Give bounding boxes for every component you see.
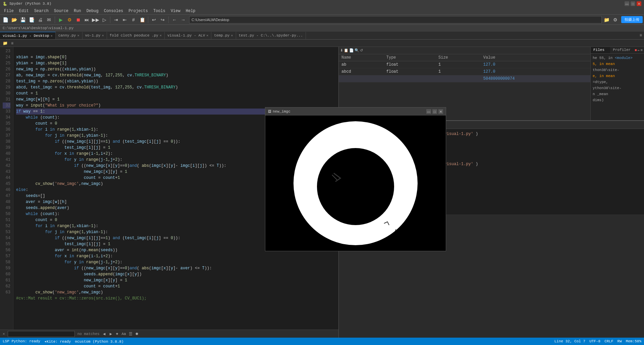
forward-btn[interactable]: →: [179, 16, 187, 24]
search-word-btn[interactable]: ✸: [135, 332, 139, 336]
tab-fold[interactable]: fold cloth peoduce .py ✕: [107, 32, 165, 39]
debug-btn[interactable]: ⚙: [65, 16, 73, 24]
path-input[interactable]: [189, 16, 602, 23]
menu-edit[interactable]: Edit: [16, 8, 32, 14]
run-cell-btn[interactable]: ▶▶: [92, 16, 100, 24]
outline-btn[interactable]: ≡: [10, 40, 15, 46]
search-regex-btn[interactable]: ☰: [129, 332, 132, 336]
error-line: e, in mean: [593, 73, 642, 79]
save-all-btn[interactable]: 📑: [28, 16, 36, 24]
maximize-button[interactable]: □: [631, 1, 635, 6]
options-btn[interactable]: ⚙: [611, 16, 619, 24]
indent-btn[interactable]: ⇥: [112, 16, 120, 24]
new-file-btn[interactable]: 📄: [1, 16, 9, 24]
var-row-ab[interactable]: ab float 1 127.0: [339, 61, 590, 68]
redo-btn[interactable]: ↪: [159, 16, 167, 24]
search-x-icon[interactable]: ✕: [3, 332, 5, 336]
menu-source[interactable]: Source: [51, 8, 71, 14]
step-btn[interactable]: ⏭: [83, 16, 91, 24]
tab-close-temp[interactable]: ✕: [231, 33, 233, 38]
viewer-close-btn[interactable]: ✕: [438, 109, 443, 114]
back-btn[interactable]: ←: [170, 16, 178, 24]
var-copy-btn[interactable]: 📄: [349, 48, 354, 53]
var-search-btn[interactable]: 🔍: [355, 48, 359, 53]
todo-btn[interactable]: 📋: [138, 16, 146, 24]
stop-btn[interactable]: ⏹: [74, 16, 82, 24]
tab-visual1-alv[interactable]: visual-1.py - ALV ✕: [165, 32, 211, 39]
menu-bar: File Edit Search Source Run Debug Consol…: [0, 7, 644, 15]
menu-projects[interactable]: Projects: [126, 8, 151, 14]
edit-icon[interactable]: ✏: [638, 48, 640, 52]
status-eol: CRLF: [604, 339, 613, 343]
menu-run[interactable]: Run: [71, 8, 84, 14]
var-import-btn[interactable]: ⬇: [340, 48, 343, 53]
status-lsp: LSP Python: ready: [3, 339, 40, 344]
toolbar: 📄 📂 💾 📑 🖨 ✉ ▶ ⚙ ⏹ ⏭ ▶▶ ▷ ⇥ ⇤ # 📋 ↩ ↪ ← →…: [0, 15, 644, 25]
var-size: 1: [436, 61, 481, 68]
tab-temp[interactable]: temp.py ✕: [211, 32, 236, 39]
menu-search[interactable]: Search: [32, 8, 51, 14]
minimize-button[interactable]: —: [625, 1, 629, 6]
app-icon: 🐍: [3, 2, 7, 6]
run-btn[interactable]: ▶: [57, 16, 65, 24]
tab-close-vo1[interactable]: ✕: [102, 33, 104, 38]
var-refresh-btn[interactable]: ↺: [360, 48, 363, 53]
menu-consoles[interactable]: Consoles: [101, 8, 126, 14]
menu-debug[interactable]: Debug: [84, 8, 101, 14]
tab-label: fold cloth peoduce .py: [110, 33, 158, 38]
tab-close-alv[interactable]: ✕: [206, 33, 208, 38]
open-folder-btn[interactable]: 📁: [602, 16, 610, 24]
comment-btn[interactable]: #: [129, 16, 138, 24]
var-row-abcd[interactable]: abcd float 1 127.0: [339, 68, 590, 75]
col-type: Type: [384, 54, 436, 61]
tab-canny[interactable]: canny.py ✕: [56, 32, 83, 39]
error-panel: he 55, in <module> 5, in mean thon38\sit…: [591, 54, 644, 120]
explorer-btn[interactable]: 📁: [1, 40, 9, 46]
tab-label: canny.py: [58, 33, 76, 38]
error-line: he 55, in <module>: [593, 55, 642, 61]
print-btn[interactable]: 🖨: [36, 16, 44, 24]
editor-tab-bar: visual-1.py - Desktop ✕ canny.py ✕ vo-1.…: [0, 31, 644, 40]
tab-list-button[interactable]: ≡: [638, 32, 644, 39]
search-prev-btn[interactable]: ◄: [102, 332, 106, 336]
variable-table: Name Type Size Value ab float 1: [339, 54, 590, 82]
tab-label: visual-1.py - ALV: [167, 33, 205, 38]
tab-files[interactable]: Files: [591, 47, 610, 53]
menu-help[interactable]: Help: [183, 8, 198, 14]
search-bar: ✕ no matches ◄ ► ✦ Aa ☰ ✸: [0, 330, 338, 338]
menu-file[interactable]: File: [1, 8, 16, 14]
search-input[interactable]: [8, 331, 75, 337]
tab-label: vo-1.py: [85, 33, 101, 38]
var-name: abcd: [339, 68, 384, 75]
tab-visual1[interactable]: visual-1.py - Desktop ✕: [0, 32, 56, 39]
search-case-label: Aa: [121, 332, 126, 336]
search-next-btn[interactable]: ►: [109, 332, 113, 336]
open-file-btn[interactable]: 📂: [10, 16, 18, 24]
status-encoding: UTF-8: [589, 339, 600, 343]
tab-vo1[interactable]: vo-1.py ✕: [83, 32, 107, 39]
viewer-minimize-btn[interactable]: —: [426, 109, 431, 114]
var-row-selected[interactable]: 5048000000074: [339, 75, 590, 82]
viewer-maximize-btn[interactable]: □: [432, 109, 437, 114]
var-type: float: [384, 68, 436, 75]
menu-icon[interactable]: ≡: [640, 48, 643, 52]
close-button[interactable]: ✕: [637, 1, 641, 6]
upload-button[interactable]: 拍摄上传: [621, 16, 643, 23]
menu-view[interactable]: View: [168, 8, 183, 14]
status-mem: Mem:58%: [626, 339, 641, 343]
email-btn[interactable]: ✉: [45, 16, 53, 24]
tab-test[interactable]: test.py - C:\..\.spyder-py...: [236, 32, 306, 39]
tab-close-fold[interactable]: ✕: [160, 33, 162, 38]
app-title: Spyder (Python 3.8): [9, 2, 51, 6]
unindent-btn[interactable]: ⇤: [121, 16, 129, 24]
undo-btn[interactable]: ↩: [150, 16, 158, 24]
run-selection-btn[interactable]: ▷: [100, 16, 108, 24]
tab-close-canny[interactable]: ✕: [77, 33, 79, 38]
menu-tools[interactable]: Tools: [151, 8, 168, 14]
tab-label: visual-1.py - Desktop: [3, 34, 49, 38]
tab-profiler[interactable]: Profiler: [610, 47, 633, 53]
search-options-btn[interactable]: ✦: [115, 332, 119, 336]
save-btn[interactable]: 💾: [19, 16, 27, 24]
tab-close-visual1[interactable]: ✕: [51, 34, 53, 38]
var-export-btn[interactable]: 📋: [344, 48, 348, 53]
